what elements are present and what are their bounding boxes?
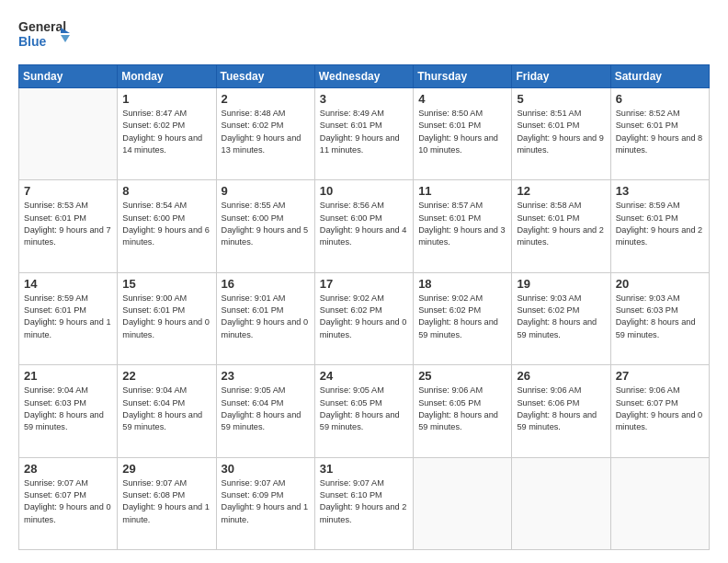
day-info: Sunrise: 9:04 AMSunset: 6:04 PMDaylight:… xyxy=(122,385,210,433)
day-number: 6 xyxy=(616,92,704,106)
header: GeneralBlue xyxy=(18,17,710,53)
day-number: 2 xyxy=(222,92,310,106)
day-info: Sunrise: 8:59 AMSunset: 6:01 PMDaylight:… xyxy=(24,293,112,341)
weekday-header-monday: Monday xyxy=(118,65,216,88)
day-info: Sunrise: 9:01 AMSunset: 6:01 PMDaylight:… xyxy=(222,293,310,341)
calendar-cell: 26Sunrise: 9:06 AMSunset: 6:06 PMDayligh… xyxy=(512,365,610,457)
calendar-cell: 20Sunrise: 9:03 AMSunset: 6:03 PMDayligh… xyxy=(610,272,709,364)
day-info: Sunrise: 9:02 AMSunset: 6:02 PMDaylight:… xyxy=(320,293,408,341)
day-info: Sunrise: 9:07 AMSunset: 6:07 PMDaylight:… xyxy=(24,477,112,526)
day-number: 3 xyxy=(320,92,408,106)
day-number: 16 xyxy=(222,277,310,291)
day-info: Sunrise: 8:59 AMSunset: 6:01 PMDaylight:… xyxy=(616,200,704,248)
day-info: Sunrise: 8:55 AMSunset: 6:00 PMDaylight:… xyxy=(222,200,310,248)
calendar-cell: 14Sunrise: 8:59 AMSunset: 6:01 PMDayligh… xyxy=(19,272,118,364)
calendar-cell: 18Sunrise: 9:02 AMSunset: 6:02 PMDayligh… xyxy=(414,272,512,364)
day-info: Sunrise: 9:03 AMSunset: 6:02 PMDaylight:… xyxy=(517,293,605,341)
calendar-cell: 29Sunrise: 9:07 AMSunset: 6:08 PMDayligh… xyxy=(118,457,216,549)
day-number: 22 xyxy=(122,369,210,383)
day-number: 8 xyxy=(122,184,210,198)
weekday-header-thursday: Thursday xyxy=(414,65,512,88)
day-number: 26 xyxy=(517,369,605,383)
calendar-week-3: 14Sunrise: 8:59 AMSunset: 6:01 PMDayligh… xyxy=(19,272,710,364)
calendar-cell: 17Sunrise: 9:02 AMSunset: 6:02 PMDayligh… xyxy=(314,272,413,364)
day-number: 18 xyxy=(418,277,506,291)
logo-svg: GeneralBlue xyxy=(18,17,74,53)
calendar-cell: 31Sunrise: 9:07 AMSunset: 6:10 PMDayligh… xyxy=(314,457,413,549)
day-number: 4 xyxy=(418,92,506,106)
day-info: Sunrise: 9:05 AMSunset: 6:05 PMDaylight:… xyxy=(320,385,408,433)
day-info: Sunrise: 9:04 AMSunset: 6:03 PMDaylight:… xyxy=(24,385,112,433)
day-info: Sunrise: 9:07 AMSunset: 6:09 PMDaylight:… xyxy=(222,477,310,526)
day-info: Sunrise: 9:06 AMSunset: 6:06 PMDaylight:… xyxy=(517,385,605,433)
calendar-cell: 19Sunrise: 9:03 AMSunset: 6:02 PMDayligh… xyxy=(512,272,610,364)
day-number: 27 xyxy=(616,369,704,383)
calendar-cell: 7Sunrise: 8:53 AMSunset: 6:01 PMDaylight… xyxy=(19,180,118,272)
svg-marker-3 xyxy=(61,35,70,42)
calendar-cell: 1Sunrise: 8:47 AMSunset: 6:02 PMDaylight… xyxy=(118,88,216,180)
weekday-header-wednesday: Wednesday xyxy=(314,65,413,88)
day-number: 11 xyxy=(418,184,506,198)
day-number: 24 xyxy=(320,369,408,383)
day-number: 23 xyxy=(222,369,310,383)
calendar-cell: 21Sunrise: 9:04 AMSunset: 6:03 PMDayligh… xyxy=(19,365,118,457)
calendar-cell: 3Sunrise: 8:49 AMSunset: 6:01 PMDaylight… xyxy=(314,88,413,180)
calendar-cell xyxy=(19,88,118,180)
weekday-header-sunday: Sunday xyxy=(19,65,118,88)
day-info: Sunrise: 8:51 AMSunset: 6:01 PMDaylight:… xyxy=(517,108,605,156)
day-number: 28 xyxy=(24,462,112,476)
day-number: 5 xyxy=(517,92,605,106)
day-number: 31 xyxy=(320,462,408,476)
day-info: Sunrise: 8:53 AMSunset: 6:01 PMDaylight:… xyxy=(24,200,112,248)
day-number: 10 xyxy=(320,184,408,198)
svg-text:General: General xyxy=(18,19,66,34)
calendar-cell: 15Sunrise: 9:00 AMSunset: 6:01 PMDayligh… xyxy=(118,272,216,364)
weekday-header-saturday: Saturday xyxy=(610,65,709,88)
calendar-week-4: 21Sunrise: 9:04 AMSunset: 6:03 PMDayligh… xyxy=(19,365,710,457)
day-info: Sunrise: 9:06 AMSunset: 6:07 PMDaylight:… xyxy=(616,385,704,433)
calendar-table: SundayMondayTuesdayWednesdayThursdayFrid… xyxy=(18,64,710,550)
calendar-cell: 24Sunrise: 9:05 AMSunset: 6:05 PMDayligh… xyxy=(314,365,413,457)
calendar-cell: 27Sunrise: 9:06 AMSunset: 6:07 PMDayligh… xyxy=(610,365,709,457)
day-info: Sunrise: 8:49 AMSunset: 6:01 PMDaylight:… xyxy=(320,108,408,156)
day-number: 12 xyxy=(517,184,605,198)
calendar-cell xyxy=(610,457,709,549)
day-info: Sunrise: 9:07 AMSunset: 6:10 PMDaylight:… xyxy=(320,477,408,526)
calendar-cell: 25Sunrise: 9:06 AMSunset: 6:05 PMDayligh… xyxy=(414,365,512,457)
day-info: Sunrise: 8:56 AMSunset: 6:00 PMDaylight:… xyxy=(320,200,408,248)
day-number: 20 xyxy=(616,277,704,291)
day-info: Sunrise: 9:05 AMSunset: 6:04 PMDaylight:… xyxy=(222,385,310,433)
calendar-cell: 11Sunrise: 8:57 AMSunset: 6:01 PMDayligh… xyxy=(414,180,512,272)
weekday-header-tuesday: Tuesday xyxy=(216,65,314,88)
calendar-cell: 22Sunrise: 9:04 AMSunset: 6:04 PMDayligh… xyxy=(118,365,216,457)
day-info: Sunrise: 9:00 AMSunset: 6:01 PMDaylight:… xyxy=(122,293,210,341)
calendar-cell: 16Sunrise: 9:01 AMSunset: 6:01 PMDayligh… xyxy=(216,272,314,364)
day-number: 9 xyxy=(222,184,310,198)
day-number: 25 xyxy=(418,369,506,383)
day-info: Sunrise: 8:54 AMSunset: 6:00 PMDaylight:… xyxy=(122,200,210,248)
calendar-cell: 23Sunrise: 9:05 AMSunset: 6:04 PMDayligh… xyxy=(216,365,314,457)
day-number: 13 xyxy=(616,184,704,198)
calendar-week-1: 1Sunrise: 8:47 AMSunset: 6:02 PMDaylight… xyxy=(19,88,710,180)
logo: GeneralBlue xyxy=(18,17,74,53)
day-number: 14 xyxy=(24,277,112,291)
day-info: Sunrise: 8:50 AMSunset: 6:01 PMDaylight:… xyxy=(418,108,506,156)
day-number: 7 xyxy=(24,184,112,198)
calendar-cell: 13Sunrise: 8:59 AMSunset: 6:01 PMDayligh… xyxy=(610,180,709,272)
weekday-header-row: SundayMondayTuesdayWednesdayThursdayFrid… xyxy=(19,65,710,88)
day-info: Sunrise: 9:02 AMSunset: 6:02 PMDaylight:… xyxy=(418,293,506,341)
calendar-week-5: 28Sunrise: 9:07 AMSunset: 6:07 PMDayligh… xyxy=(19,457,710,549)
weekday-header-friday: Friday xyxy=(512,65,610,88)
page: GeneralBlue SundayMondayTuesdayWednesday… xyxy=(0,0,728,563)
day-info: Sunrise: 9:03 AMSunset: 6:03 PMDaylight:… xyxy=(616,293,704,341)
calendar-cell: 30Sunrise: 9:07 AMSunset: 6:09 PMDayligh… xyxy=(216,457,314,549)
day-info: Sunrise: 8:47 AMSunset: 6:02 PMDaylight:… xyxy=(122,108,210,156)
calendar-cell: 6Sunrise: 8:52 AMSunset: 6:01 PMDaylight… xyxy=(610,88,709,180)
day-info: Sunrise: 8:58 AMSunset: 6:01 PMDaylight:… xyxy=(517,200,605,248)
day-number: 1 xyxy=(122,92,210,106)
day-info: Sunrise: 9:07 AMSunset: 6:08 PMDaylight:… xyxy=(122,477,210,526)
calendar-cell: 2Sunrise: 8:48 AMSunset: 6:02 PMDaylight… xyxy=(216,88,314,180)
calendar-cell: 4Sunrise: 8:50 AMSunset: 6:01 PMDaylight… xyxy=(414,88,512,180)
day-number: 19 xyxy=(517,277,605,291)
day-number: 17 xyxy=(320,277,408,291)
